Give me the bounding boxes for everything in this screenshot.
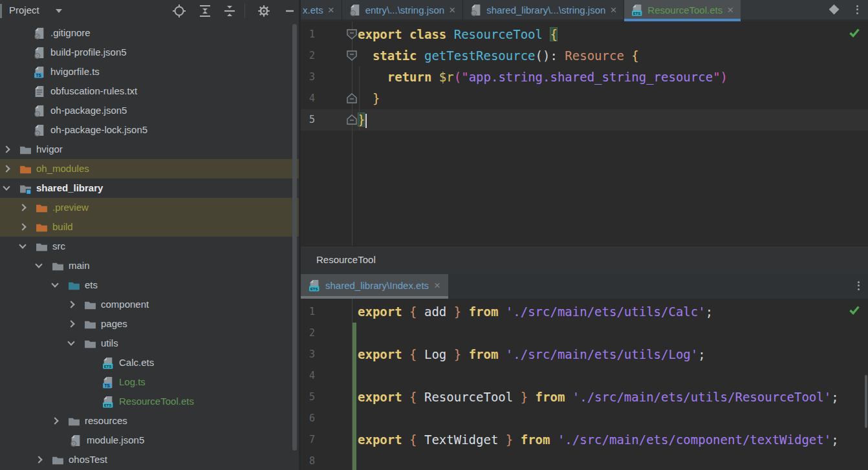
tree-item-obfuscation-rules[interactable]: obfuscation-rules.txt xyxy=(0,81,299,101)
tab-label: shared_library\...\string.json xyxy=(486,5,605,16)
code-token: { xyxy=(631,48,638,63)
tab-index-ets[interactable]: x.ets× xyxy=(301,0,342,21)
code-line-7: 7export { TextWidget } from './src/main/… xyxy=(301,429,868,451)
tree-item-utils[interactable]: utils xyxy=(0,334,299,353)
tree-item-calc-ets[interactable]: ETSCalc.ets xyxy=(0,353,299,372)
tree-item-pages[interactable]: pages xyxy=(0,314,299,334)
bottom-editor[interactable]: 1export { add } from './src/main/ets/uti… xyxy=(301,299,868,470)
tree-item-resourcetool-ets[interactable]: ETSResourceTool.ets xyxy=(0,392,299,411)
tree-item-component[interactable]: component xyxy=(0,295,299,314)
editor-scrollbar[interactable] xyxy=(865,375,867,428)
tree-item-shared-library[interactable]: shared_library xyxy=(0,178,299,198)
tree-item-label: .gitignore xyxy=(50,23,91,43)
excluded-folder-icon xyxy=(36,201,49,214)
project-panel-header: Project xyxy=(0,0,299,21)
preview-options-kebab-icon[interactable] xyxy=(851,279,865,294)
code-token xyxy=(543,27,550,41)
line-number: 3 xyxy=(301,344,315,365)
tree-item-oh-package[interactable]: oh-package.json5 xyxy=(0,101,299,120)
top-editor[interactable]: 1export class ResourceTool {2 static get… xyxy=(301,21,868,246)
tree-item-label: build xyxy=(52,217,73,237)
settings-gear-icon[interactable] xyxy=(257,4,271,18)
tree-item-main[interactable]: main xyxy=(0,256,299,275)
tree-item-src[interactable]: src xyxy=(0,237,299,256)
fold-end-icon[interactable] xyxy=(347,93,357,103)
folder-icon xyxy=(84,298,97,311)
project-dropdown-icon[interactable] xyxy=(56,9,62,13)
chevron-right-icon[interactable] xyxy=(19,223,26,230)
code-token: } xyxy=(373,91,380,105)
line-number: 2 xyxy=(301,45,315,67)
line-number: 4 xyxy=(301,88,315,109)
code-line-5: 5export { ResourceTool } from './src/mai… xyxy=(301,387,868,408)
tree-item-build-profile[interactable]: build-profile.json5 xyxy=(0,43,299,62)
chevron-down-icon[interactable] xyxy=(35,261,42,268)
code-token xyxy=(358,91,373,105)
folder-icon xyxy=(36,240,49,253)
close-icon[interactable]: × xyxy=(434,280,440,291)
tab-options-kebab-icon[interactable] xyxy=(850,3,864,17)
tree-item-label: component xyxy=(101,295,149,314)
code-token: { xyxy=(409,433,417,447)
hide-panel-icon[interactable] xyxy=(283,4,297,18)
tree-item-hvigorfile[interactable]: TShvigorfile.ts xyxy=(0,62,299,81)
tab-shared-library-index-ets[interactable]: ETS shared_library\Index.ets × xyxy=(301,274,448,299)
chevron-down-icon[interactable] xyxy=(19,241,26,248)
json5-file-icon xyxy=(34,46,47,59)
code-line-4: 4 xyxy=(301,365,868,387)
tree-item-gitignore[interactable]: .gitignore xyxy=(0,23,299,43)
panel-stripe xyxy=(0,4,2,18)
close-icon[interactable]: × xyxy=(328,5,334,16)
code-token: add xyxy=(417,304,454,319)
analysis-ok-check-icon[interactable] xyxy=(849,304,860,315)
close-icon[interactable]: × xyxy=(727,5,733,16)
tab-entry-string-json[interactable]: entry\...\string.json× xyxy=(342,0,464,21)
tab-resourcetool-ets[interactable]: ETSResourceTool.ets× xyxy=(624,0,741,21)
line-number: 3 xyxy=(301,67,315,88)
fold-start-icon[interactable] xyxy=(347,50,357,61)
tree-item-label: obfuscation-rules.txt xyxy=(50,81,137,101)
tree-item-log-ts[interactable]: TSLog.ts xyxy=(0,372,299,392)
code-line-8: 8 xyxy=(301,451,868,470)
tree-item-module-json5[interactable]: module.json5 xyxy=(0,431,299,450)
close-icon[interactable]: × xyxy=(610,5,616,16)
tree-item-label: .preview xyxy=(52,198,89,217)
code-token: ResourceTool xyxy=(417,390,521,404)
code-token: $r xyxy=(439,70,454,84)
tree-item-ets[interactable]: ets xyxy=(0,275,299,295)
chevron-down-icon[interactable] xyxy=(67,338,74,345)
tree-item-ohostest[interactable]: ohosTest xyxy=(0,450,299,469)
tree-item-preview[interactable]: .preview xyxy=(0,198,299,217)
chevron-down-icon[interactable] xyxy=(827,3,841,17)
chevron-right-icon[interactable] xyxy=(35,456,42,463)
tree-item-oh-modules[interactable]: oh_modules xyxy=(0,159,299,178)
project-tree-scrollbar[interactable] xyxy=(292,24,297,451)
tree-item-build[interactable]: build xyxy=(0,217,299,237)
tree-item-resources[interactable]: resources xyxy=(0,411,299,431)
code-token: './src/main/ets/utils/ResourceTool' xyxy=(572,390,831,404)
analysis-ok-check-icon[interactable] xyxy=(849,27,860,38)
tab-shared-string-json[interactable]: shared_library\...\string.json× xyxy=(463,0,624,21)
chevron-right-icon[interactable] xyxy=(3,145,10,153)
code-token: { xyxy=(409,304,417,319)
expand-all-icon[interactable] xyxy=(198,4,212,18)
close-icon[interactable]: × xyxy=(449,5,455,16)
collapse-all-icon[interactable] xyxy=(222,4,237,18)
chevron-right-icon[interactable] xyxy=(51,417,58,424)
ets-file-icon: ETS xyxy=(309,279,320,292)
chevron-down-icon[interactable] xyxy=(3,183,10,190)
preview-panel-header: ResourceTool xyxy=(301,246,868,274)
fold-start-icon[interactable] xyxy=(347,29,357,39)
locate-icon[interactable] xyxy=(172,4,186,18)
chevron-right-icon[interactable] xyxy=(3,165,10,172)
code-token: './src/main/ets/utils/Log' xyxy=(506,347,698,361)
chevron-right-icon[interactable] xyxy=(67,320,74,327)
chevron-right-icon[interactable] xyxy=(19,204,26,211)
code-token: ") xyxy=(713,70,728,84)
chevron-right-icon[interactable] xyxy=(67,301,74,308)
chevron-down-icon[interactable] xyxy=(51,280,58,287)
fold-end-icon[interactable] xyxy=(347,114,357,125)
tree-item-oh-package-lock[interactable]: oh-package-lock.json5 xyxy=(0,120,299,140)
tree-item-label: ResourceTool.ets xyxy=(119,392,194,411)
tree-item-hvigor[interactable]: hvigor xyxy=(0,140,299,159)
